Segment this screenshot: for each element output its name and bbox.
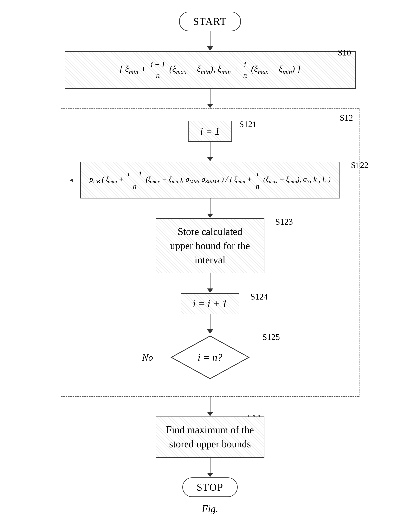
s12-label: S12 [340,113,353,123]
start-terminal: START [179,12,241,31]
s124-box: i = i + 1 S124 [181,293,239,314]
s10-formula: [ ξmin + i − 1n (ξmax − ξmin), ξmin + in… [77,59,343,80]
s123-label: S123 [275,217,293,227]
s125-diamond-wrapper: S125 No i = n? [169,334,251,381]
arrow-s12-to-s14 [210,397,210,412]
s121-box: i = 1 S121 [188,121,232,142]
stop-label: STOP [197,482,223,493]
s121-text: i = 1 [200,126,220,137]
s10-box: S10 [ ξmin + i − 1n (ξmax − ξmin), ξmin … [65,51,356,89]
loop-indicator: ◄ [69,177,74,183]
arrow-s10-to-s12 [210,89,210,104]
s14-text: Find maximum of the stored upper bounds [166,424,254,449]
s123-box: S123 Store calculated upper bound for th… [156,218,264,273]
arrow-s124-to-s125 [210,314,210,330]
arrow-s123-to-s124 [210,273,210,289]
s12-container: S12 i = 1 S121 ◄ S122 pUB ( ξmin + i − 1… [61,108,360,397]
s124-label: S124 [250,292,268,302]
s121-label: S121 [239,119,257,129]
arrow-start-to-s10 [210,31,210,47]
fig-label: Fig. [202,503,218,515]
arrow-s122-to-s123 [210,198,210,214]
s125-diamond-text: i = n? [198,352,222,363]
s123-text: Store calculated upper bound for the int… [170,226,250,265]
s14-wrapper: S14 Find maximum of the stored upper bou… [156,416,264,458]
diagram-container: START S10 [ ξmin + i − 1n (ξmax − ξmin),… [0,0,420,530]
no-label: No [142,352,153,363]
s14-box: Find maximum of the stored upper bounds [156,416,264,458]
arrow-s121-to-s122 [210,142,210,157]
s122-label: S122 [351,160,368,170]
stop-terminal: STOP [182,477,237,497]
s124-text: i = i + 1 [193,298,227,309]
s123-wrapper: S123 Store calculated upper bound for th… [156,218,264,273]
s10-label: S10 [338,48,351,58]
start-label: START [193,16,227,27]
arrow-s14-to-stop [210,458,210,473]
s122-box: S122 pUB ( ξmin + i − 1n (ξmax − ξmin), … [80,162,340,198]
s122-formula: pUB ( ξmin + i − 1n (ξmax − ξmin), σMM, … [88,168,332,192]
s125-label: S125 [262,332,280,342]
